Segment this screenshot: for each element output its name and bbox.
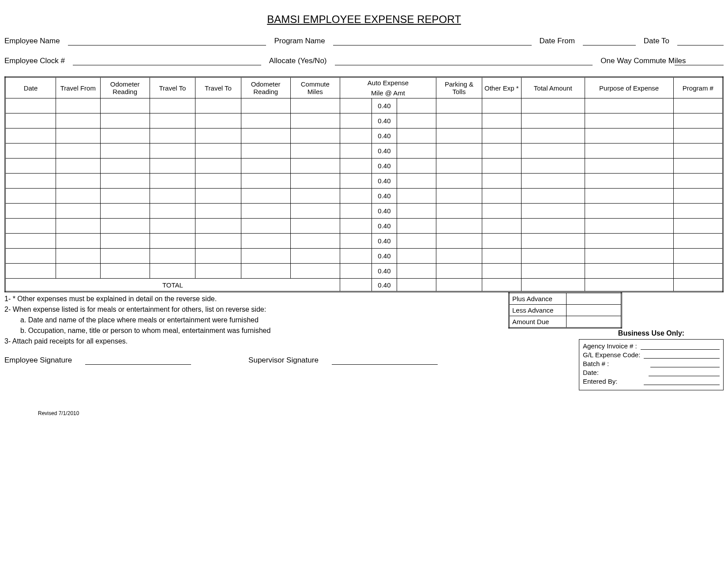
cell-total[interactable] [521, 98, 585, 113]
cell-program[interactable] [673, 249, 723, 264]
cell-travel-to2[interactable] [195, 264, 241, 279]
cell-travel-from[interactable] [56, 159, 100, 174]
cell-purpose[interactable] [585, 189, 673, 204]
cell-parking[interactable] [436, 264, 482, 279]
cell-travel-to2[interactable] [195, 113, 241, 128]
cell-travel-from[interactable] [56, 204, 100, 219]
cell-odo2[interactable] [241, 189, 290, 204]
cell-odo1[interactable] [100, 204, 150, 219]
cell-total[interactable] [521, 264, 585, 279]
cell-amt[interactable] [397, 249, 436, 264]
cell-parking[interactable] [436, 174, 482, 189]
cell-odo1[interactable] [100, 264, 150, 279]
cell-amt[interactable] [397, 234, 436, 249]
cell-travel-to2[interactable] [195, 174, 241, 189]
cell-travel-from[interactable] [56, 249, 100, 264]
cell-mile[interactable] [340, 113, 372, 128]
date-field[interactable] [649, 370, 720, 376]
cell-other[interactable] [482, 113, 521, 128]
total-other[interactable] [482, 279, 521, 292]
cell-odo1[interactable] [100, 249, 150, 264]
cell-travel-to1[interactable] [150, 98, 195, 113]
cell-amt[interactable] [397, 113, 436, 128]
cell-travel-from[interactable] [56, 264, 100, 279]
batch-field[interactable] [650, 361, 720, 367]
employee-clock-field[interactable] [73, 57, 261, 65]
cell-date[interactable] [5, 113, 56, 128]
cell-amt[interactable] [397, 174, 436, 189]
agency-invoice-field[interactable] [641, 344, 720, 350]
cell-date[interactable] [5, 174, 56, 189]
cell-travel-to1[interactable] [150, 174, 195, 189]
cell-odo2[interactable] [241, 204, 290, 219]
cell-other[interactable] [482, 249, 521, 264]
cell-travel-from[interactable] [56, 113, 100, 128]
cell-commute[interactable] [290, 98, 340, 113]
total-parking[interactable] [436, 279, 482, 292]
cell-mile[interactable] [340, 204, 372, 219]
cell-program[interactable] [673, 159, 723, 174]
cell-travel-from[interactable] [56, 128, 100, 144]
cell-travel-to2[interactable] [195, 219, 241, 234]
cell-other[interactable] [482, 128, 521, 144]
cell-travel-to2[interactable] [195, 204, 241, 219]
cell-purpose[interactable] [585, 144, 673, 159]
employee-signature-field[interactable] [85, 357, 191, 365]
cell-commute[interactable] [290, 189, 340, 204]
cell-commute[interactable] [290, 174, 340, 189]
cell-date[interactable] [5, 128, 56, 144]
cell-odo1[interactable] [100, 219, 150, 234]
cell-commute[interactable] [290, 128, 340, 144]
cell-purpose[interactable] [585, 174, 673, 189]
cell-parking[interactable] [436, 113, 482, 128]
cell-travel-to1[interactable] [150, 249, 195, 264]
cell-mile[interactable] [340, 249, 372, 264]
cell-amt[interactable] [397, 144, 436, 159]
cell-amt[interactable] [397, 219, 436, 234]
cell-other[interactable] [482, 144, 521, 159]
cell-commute[interactable] [290, 249, 340, 264]
cell-mile[interactable] [340, 144, 372, 159]
cell-commute[interactable] [290, 144, 340, 159]
cell-travel-from[interactable] [56, 144, 100, 159]
cell-amt[interactable] [397, 128, 436, 144]
cell-odo2[interactable] [241, 264, 290, 279]
cell-parking[interactable] [436, 98, 482, 113]
amount-due-value[interactable] [567, 316, 622, 328]
cell-mile[interactable] [340, 189, 372, 204]
cell-odo1[interactable] [100, 144, 150, 159]
cell-date[interactable] [5, 219, 56, 234]
cell-travel-from[interactable] [56, 219, 100, 234]
cell-amt[interactable] [397, 98, 436, 113]
cell-mile[interactable] [340, 174, 372, 189]
cell-travel-to1[interactable] [150, 144, 195, 159]
cell-purpose[interactable] [585, 113, 673, 128]
cell-total[interactable] [521, 189, 585, 204]
cell-mile[interactable] [340, 219, 372, 234]
gl-code-field[interactable] [644, 352, 720, 359]
cell-travel-to1[interactable] [150, 128, 195, 144]
cell-other[interactable] [482, 159, 521, 174]
cell-program[interactable] [673, 174, 723, 189]
cell-purpose[interactable] [585, 219, 673, 234]
cell-parking[interactable] [436, 204, 482, 219]
cell-amt[interactable] [397, 159, 436, 174]
cell-total[interactable] [521, 128, 585, 144]
cell-date[interactable] [5, 98, 56, 113]
entered-by-field[interactable] [644, 379, 720, 385]
cell-commute[interactable] [290, 159, 340, 174]
supervisor-signature-field[interactable] [332, 357, 438, 365]
date-to-field[interactable] [677, 38, 724, 45]
cell-other[interactable] [482, 189, 521, 204]
cell-program[interactable] [673, 113, 723, 128]
cell-other[interactable] [482, 219, 521, 234]
total-auto-amt[interactable] [397, 279, 436, 292]
total-amount[interactable] [521, 279, 585, 292]
cell-travel-to1[interactable] [150, 219, 195, 234]
cell-travel-to1[interactable] [150, 113, 195, 128]
program-name-field[interactable] [333, 38, 532, 45]
cell-travel-to2[interactable] [195, 189, 241, 204]
cell-total[interactable] [521, 159, 585, 174]
cell-date[interactable] [5, 234, 56, 249]
cell-date[interactable] [5, 189, 56, 204]
